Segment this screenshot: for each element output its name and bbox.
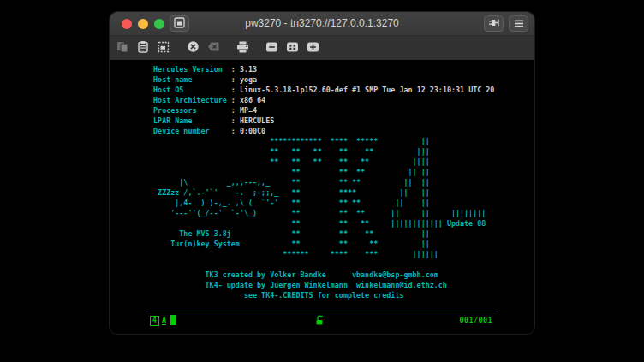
zoom-out-button[interactable] bbox=[262, 39, 281, 57]
menu-button[interactable] bbox=[509, 15, 528, 32]
menu-icon bbox=[514, 16, 524, 32]
unlock-icon bbox=[315, 315, 324, 327]
printer-icon bbox=[236, 41, 249, 56]
backspace-icon bbox=[207, 41, 220, 55]
oia-model-badge: 4 bbox=[150, 316, 159, 326]
close-button[interactable] bbox=[122, 19, 132, 29]
terminal-area[interactable]: Hercules Version : 3.13 Host name : yoga… bbox=[110, 60, 534, 334]
window-title: pw3270 - tn3270://127.0.0.1:3270 bbox=[161, 12, 483, 35]
grid-box-icon bbox=[286, 41, 299, 56]
pw3270-window: pw3270 - tn3270://127.0.0.1:3270 bbox=[110, 12, 534, 334]
disconnect-plug-button[interactable] bbox=[484, 15, 504, 32]
paste-button[interactable] bbox=[134, 39, 152, 57]
oia-keyboard-indicator: A bbox=[162, 316, 166, 325]
zoom-fit-button[interactable] bbox=[283, 39, 301, 57]
x-circle-icon bbox=[187, 40, 200, 56]
erase-button[interactable] bbox=[204, 39, 223, 57]
toolbar bbox=[110, 36, 534, 60]
select-all-button[interactable] bbox=[154, 39, 173, 57]
copy-icon bbox=[116, 41, 128, 56]
terminal-screen[interactable]: Hercules Version : 3.13 Host name : yoga… bbox=[149, 64, 494, 300]
zoom-in-button[interactable] bbox=[303, 39, 322, 57]
minus-box-icon bbox=[265, 41, 278, 56]
plus-box-icon bbox=[307, 41, 319, 56]
minimize-button[interactable] bbox=[138, 19, 148, 29]
disconnect-plug-icon bbox=[488, 16, 500, 32]
oia-status-bar: 4 A 001/001 bbox=[149, 315, 495, 328]
select-all-icon bbox=[158, 41, 170, 56]
oia-separator bbox=[149, 312, 495, 312]
copy-button[interactable] bbox=[113, 39, 132, 57]
print-button[interactable] bbox=[233, 39, 252, 57]
clipboard-icon bbox=[137, 40, 149, 56]
oia-cursor-position: 001/001 bbox=[459, 316, 492, 324]
titlebar[interactable]: pw3270 - tn3270://127.0.0.1:3270 bbox=[110, 12, 534, 36]
oia-cursor-block bbox=[170, 315, 176, 325]
disconnect-button[interactable] bbox=[183, 39, 202, 57]
